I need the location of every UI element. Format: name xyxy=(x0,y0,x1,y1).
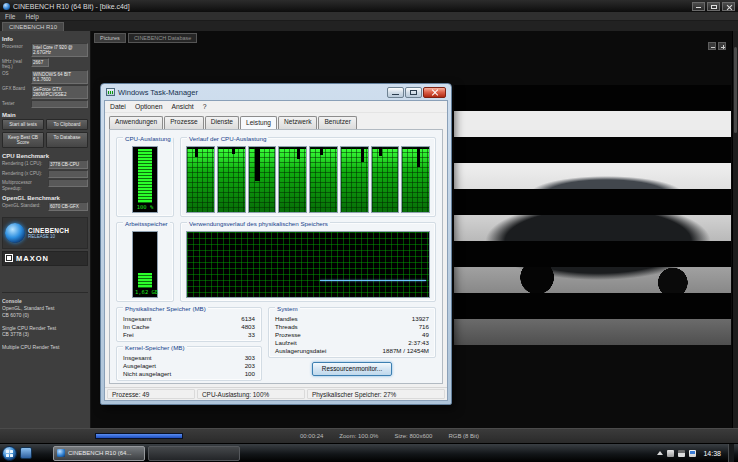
field-label: MHz (real freq.) xyxy=(2,58,29,69)
tester-input[interactable] xyxy=(31,100,88,108)
stat-row: Insgesamt6134 xyxy=(121,315,257,323)
stat-row: Laufzeit2:37:43 xyxy=(273,339,431,347)
info-field-mhz: MHz (real freq.) 2667 xyxy=(2,58,88,69)
cpu-history-graphs xyxy=(186,146,430,213)
console-header: Console xyxy=(2,298,88,305)
cinebench-tabstrip: CINEBENCH R10 xyxy=(0,21,738,31)
cinebench-logo-icon xyxy=(5,223,25,243)
volume-icon[interactable] xyxy=(667,450,674,457)
tm-maximize-button[interactable] xyxy=(405,87,422,98)
stat-value: 100 xyxy=(245,370,255,378)
memory-legend: Arbeitsspeicher xyxy=(123,219,170,228)
stat-value: 2:37:43 xyxy=(408,339,429,347)
task-manager-statusbar: Prozesse: 49 CPU-Auslastung: 100% Physik… xyxy=(105,387,447,400)
cpu-core-graph xyxy=(340,146,369,213)
task-manager-titlebar[interactable]: Windows Task-Manager xyxy=(104,84,448,100)
stat-row: Threads716 xyxy=(273,323,431,331)
to-database-button[interactable]: To Database xyxy=(46,132,88,148)
stat-value: 13927 xyxy=(412,315,429,323)
render-size: Size: 800x600 xyxy=(394,433,432,439)
color-mode: RGB (8 Bit) xyxy=(448,433,479,439)
benchmark-label: Rendering (1 CPU): xyxy=(2,160,46,166)
cpu-core-graph xyxy=(217,146,246,213)
scrollbar-thumb[interactable] xyxy=(734,47,737,133)
cinebench-window-title: CINEBENCH R10 (64 Bit) - [bike.c4d] xyxy=(13,3,130,10)
menu-optionen[interactable]: Optionen xyxy=(135,103,163,110)
render-preview-image xyxy=(454,85,731,345)
quick-launch-icon[interactable] xyxy=(20,447,32,459)
desktop-screen: CINEBENCH R10 (64 Bit) - [bike.c4d] File… xyxy=(0,0,738,462)
tm-close-button[interactable] xyxy=(423,87,446,98)
taskbar-clock[interactable]: 14:38 xyxy=(703,450,721,457)
benchmark-score: 3778 CB-CPU xyxy=(48,160,88,169)
task-manager-menubar: Datei Optionen Ansicht ? xyxy=(105,101,447,113)
tab-dienste[interactable]: Dienste xyxy=(205,116,239,129)
menu-help[interactable]: Help xyxy=(25,13,38,20)
render-time: 00:00:24 xyxy=(300,433,323,439)
maxon-logo-text: MAXON xyxy=(16,254,49,263)
show-desktop-button[interactable] xyxy=(728,444,734,462)
stat-row: Insgesamt303 xyxy=(121,354,257,362)
tab-netzwerk[interactable]: Netzwerk xyxy=(278,116,317,129)
physical-memory-legend: Physikalischer Speicher (MB) xyxy=(123,304,208,313)
cpu-benchmark-header: CPU Benchmark xyxy=(2,153,88,159)
taskbar-button-task-manager[interactable]: Windows Task-Man... xyxy=(148,446,240,461)
field-label: Processor xyxy=(2,43,29,49)
taskbar-button-cinebench[interactable]: CINEBENCH R10 (64... xyxy=(53,446,145,461)
menu-ansicht[interactable]: Ansicht xyxy=(171,103,193,110)
console-panel: Console OpenGL, Standard Test CB 6070 (0… xyxy=(2,292,88,427)
cinebench-sidebar: Info Processor Intel Core i7 920 @ 2.67G… xyxy=(0,31,91,428)
tab-prozesse[interactable]: Prozesse xyxy=(164,116,204,129)
zoom-in-icon[interactable] xyxy=(718,42,726,50)
memory-history-legend: Verwendungsverlauf des physikalischen Sp… xyxy=(187,219,330,228)
cinebench-taskbar-icon xyxy=(57,449,65,457)
benchmark-score xyxy=(48,170,88,178)
zoom-out-icon[interactable] xyxy=(708,42,716,50)
windows-taskbar: CINEBENCH R10 (64... Windows Task-Man...… xyxy=(0,443,738,462)
field-value: WINDOWS 64 BIT 6.1.7600 xyxy=(31,70,88,84)
maximize-button[interactable] xyxy=(707,2,720,11)
info-field-os: OS WINDOWS 64 BIT 6.1.7600 xyxy=(2,70,88,84)
minimize-button[interactable] xyxy=(692,2,705,11)
tab-cinebench-database[interactable]: CINEBENCH Database xyxy=(128,33,197,43)
memory-group: Arbeitsspeicher 1,62 GB xyxy=(116,222,174,302)
keep-best-score-toggle[interactable]: Keep Best CB Score xyxy=(2,132,44,148)
render-progress-fill xyxy=(96,434,182,438)
stat-label: Frei xyxy=(123,331,134,339)
cinebench-logo: CINEBENCH RELEASE 10 xyxy=(2,217,88,249)
stat-label: Laufzeit xyxy=(275,339,297,347)
tab-cinebench-r10[interactable]: CINEBENCH R10 xyxy=(2,22,64,31)
network-icon[interactable] xyxy=(678,450,685,457)
action-center-icon[interactable] xyxy=(689,450,696,457)
system-legend: System xyxy=(275,304,300,313)
memory-history-graph xyxy=(186,231,430,298)
picture-scrollbar[interactable] xyxy=(732,31,738,428)
stat-row: Handles13927 xyxy=(273,315,431,323)
benchmark-label: OpenGL Standard: xyxy=(2,202,46,208)
hidden-icons-chevron[interactable] xyxy=(657,451,663,455)
menu-hilfe[interactable]: ? xyxy=(203,103,207,110)
tab-benutzer[interactable]: Benutzer xyxy=(318,116,356,129)
resource-monitor-button[interactable]: Ressourcenmonitor... xyxy=(312,362,392,376)
close-button[interactable] xyxy=(722,2,735,11)
field-label: Tester xyxy=(2,100,29,106)
minimize-icon xyxy=(696,7,701,8)
start-all-tests-button[interactable]: Start all tests xyxy=(2,119,44,130)
tm-minimize-button[interactable] xyxy=(387,87,404,98)
start-button[interactable] xyxy=(2,446,17,461)
tab-anwendungen[interactable]: Anwendungen xyxy=(109,116,163,129)
tab-leistung[interactable]: Leistung xyxy=(240,116,277,129)
cinebench-logo-text: CINEBENCH xyxy=(28,227,69,234)
stat-label: Ausgelagert xyxy=(123,362,156,370)
tab-pictures[interactable]: Pictures xyxy=(94,33,126,43)
benchmark-row: Rendering (x CPU): xyxy=(2,170,88,178)
menu-file[interactable]: File xyxy=(5,13,15,20)
menu-datei[interactable]: Datei xyxy=(110,103,126,110)
benchmark-label: Multiprocessor Speedup: xyxy=(2,179,46,190)
cpu-core-graph xyxy=(278,146,307,213)
field-label: GFX Board xyxy=(2,85,29,91)
info-header: Info xyxy=(2,36,88,42)
cpu-history-group: Verlauf der CPU-Auslastung xyxy=(180,137,436,217)
to-clipboard-button[interactable]: To Clipboard xyxy=(46,119,88,130)
task-manager-icon xyxy=(106,88,115,96)
